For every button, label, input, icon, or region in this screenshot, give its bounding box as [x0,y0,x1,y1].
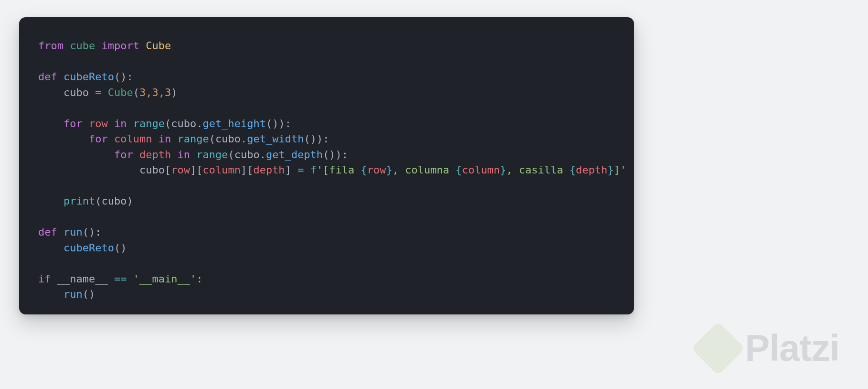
punct: ( [165,118,171,130]
kw-if: if [38,273,51,285]
expr: row [367,164,386,176]
punct: : [196,273,202,285]
brace: { [361,164,367,176]
method: get_height [202,118,265,130]
print-fn: print [64,195,95,207]
str: ]' [614,164,626,176]
punct: ][ [241,164,254,176]
punct: () [83,288,95,300]
call: cubeReto [64,242,114,254]
ctor: Cube [108,86,133,98]
op: = [297,164,304,176]
punct: [ [165,164,171,176]
arg: cubo [101,195,127,207]
idx: column [202,164,240,176]
range-fn: range [133,118,165,130]
args: 3,3,3 [139,86,171,98]
brace: { [455,164,462,176]
punct: ] [285,164,291,176]
kw-in: in [177,149,190,161]
method: get_width [247,133,304,145]
str: '[fila [317,164,361,176]
range-fn: range [177,133,209,145]
dunder: __name__ [57,273,108,285]
punct: . [196,118,202,130]
punct: (): [83,226,102,238]
kw-for: for [89,133,108,145]
kw-for: for [114,149,133,161]
expr: depth [576,164,607,176]
range-fn: range [196,149,228,161]
kw-def: def [38,226,57,238]
module-name: cube [70,40,95,52]
str: '__main__' [133,273,196,285]
method: get_depth [266,149,323,161]
platzi-logo-icon [691,321,745,375]
op: == [114,273,127,285]
punct: ) [127,195,133,207]
punct: ()): [304,133,329,145]
punct: ( [95,195,101,207]
obj: cubo [215,133,241,145]
class-name: Cube [146,40,171,52]
punct: ( [228,149,234,161]
loop-var: row [89,118,108,130]
punct: . [260,149,266,161]
brace: { [570,164,576,176]
expr: column [462,164,500,176]
kw-in: in [114,118,127,130]
obj: cubo [234,149,260,161]
kw-def: def [38,71,57,83]
loop-var: depth [139,149,171,161]
op: = [95,86,101,98]
punct: () [114,242,127,254]
code-content: from cube import Cube def cubeReto(): cu… [38,38,615,303]
kw-import: import [101,40,139,52]
brace: } [607,164,614,176]
watermark: Platzi [699,326,839,370]
var: cubo [64,86,89,98]
punct: (): [114,71,133,83]
obj: cubo [171,118,196,130]
call: run [64,288,83,300]
punct: ( [133,86,139,98]
code-block: from cube import Cube def cubeReto(): cu… [19,17,634,314]
kw-for: for [64,118,83,130]
punct: . [241,133,247,145]
kw-in: in [159,133,171,145]
f-prefix: f [310,164,317,176]
punct: ()): [323,149,348,161]
idx: row [171,164,190,176]
obj: cubo [139,164,165,176]
punct: ) [171,86,177,98]
str: , casilla [506,164,569,176]
fn-name: cubeReto [64,71,114,83]
str: , columna [392,164,455,176]
brand-text: Platzi [745,326,839,370]
fn-name: run [64,226,83,238]
idx: depth [253,164,285,176]
punct: ()): [266,118,291,130]
punct: ][ [190,164,203,176]
loop-var: column [114,133,152,145]
brace: } [386,164,392,176]
kw-from: from [38,40,64,52]
brace: } [500,164,506,176]
punct: ( [209,133,215,145]
